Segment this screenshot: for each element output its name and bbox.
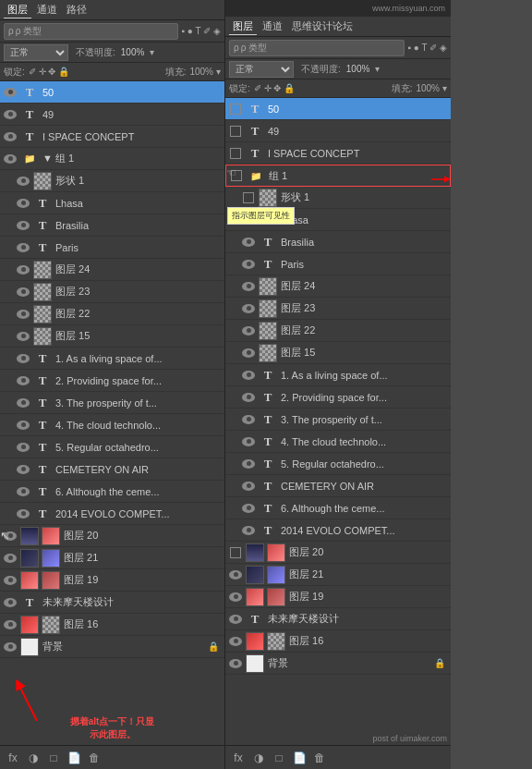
eye-bg-left[interactable] (2, 636, 18, 658)
eye-paris-right[interactable] (240, 253, 257, 275)
layer-row-19-right[interactable]: 图层 19 (225, 586, 451, 608)
delete-icon-left[interactable]: 🗑 (87, 751, 102, 765)
layer-row-49-right[interactable]: T 49 (225, 120, 451, 142)
layer-row-text6-right[interactable]: T 6. Although the ceme... (225, 497, 451, 519)
link-icon-left[interactable]: fx (6, 751, 20, 765)
tab-channels-right[interactable]: 通道 (259, 18, 286, 34)
layer-row-24-left[interactable]: 图层 24 (0, 259, 224, 281)
eye-cemetery-left[interactable] (15, 458, 31, 481)
eye-text1-left[interactable] (15, 348, 31, 370)
layer-row-16-right[interactable]: 图层 16 (225, 630, 451, 653)
layer-row-brasilia-left[interactable]: T Brasilia (0, 214, 224, 237)
eye-cemetery-right[interactable] (240, 475, 257, 497)
eye-text2-right[interactable] (240, 386, 257, 409)
new-group-icon-left[interactable]: □ (46, 751, 61, 765)
eye-19-right[interactable] (227, 586, 244, 608)
layer-row-15-right[interactable]: 图层 15 (225, 342, 451, 364)
left-search-bar[interactable]: ρ ρ 类型 (4, 23, 178, 40)
eye-19-left[interactable] (2, 569, 18, 592)
layer-row-space-concept-left[interactable]: T I SPACE CONCEPT (0, 126, 224, 148)
layer-row-text1-right[interactable]: T 1. As a living space of... (225, 364, 451, 386)
eye-21-left[interactable] (2, 547, 18, 569)
eye-24-right[interactable] (240, 275, 257, 298)
eye-bg-right[interactable] (227, 653, 244, 675)
eye-22-right[interactable] (240, 320, 257, 342)
tab-forum-right[interactable]: 思维设计论坛 (288, 18, 357, 34)
eye-future-right[interactable] (227, 608, 244, 630)
layer-row-bg-right[interactable]: 背景 🔒 (225, 653, 451, 675)
blend-mode-select-left[interactable]: 正常 (4, 44, 68, 61)
layer-row-20-right[interactable]: 图层 20 (225, 542, 451, 564)
tab-channels-left[interactable]: 通道 (33, 2, 61, 18)
eye-group1-left[interactable] (2, 148, 18, 170)
layer-row-shape1-left[interactable]: 形状 1 (0, 170, 224, 192)
eye-text3-left[interactable] (15, 392, 31, 414)
eye-text2-left[interactable] (15, 370, 31, 392)
eye-15-right[interactable] (240, 342, 257, 364)
layer-row-brasilia-right[interactable]: T Brasilia (225, 231, 451, 253)
eye-21-right[interactable] (227, 564, 244, 586)
layer-row-23-right[interactable]: 图层 23 (225, 298, 451, 320)
eye-future-left[interactable] (2, 592, 18, 614)
tab-layers-left[interactable]: 图层 (4, 2, 31, 18)
layer-row-21-right[interactable]: 图层 21 (225, 564, 451, 586)
layer-row-22-left[interactable]: 图层 22 (0, 303, 224, 325)
eye-50-left[interactable] (2, 81, 18, 104)
eye-evolo-left[interactable] (15, 503, 31, 525)
layer-row-21-left[interactable]: 图层 21 (0, 547, 224, 569)
layer-row-paris-left[interactable]: T Paris (0, 237, 224, 259)
eye-shape1-left[interactable] (15, 170, 31, 192)
tab-paths-left[interactable]: 路径 (63, 2, 91, 18)
layer-row-space-right[interactable]: T I SPACE CONCEPT (225, 142, 451, 165)
layer-row-23-left[interactable]: 图层 23 (0, 281, 224, 303)
layer-row-text3-right[interactable]: T 3. The prosperity of t... (225, 409, 451, 431)
layer-row-22-right[interactable]: 图层 22 (225, 320, 451, 342)
eye-text5-left[interactable] (15, 436, 31, 458)
new-group-icon-right[interactable]: □ (272, 751, 286, 765)
blend-mode-select-right[interactable]: 正常 (229, 61, 294, 78)
layer-row-future-right[interactable]: T 未来摩天楼设计 (225, 608, 451, 630)
eye-15-left[interactable] (15, 325, 31, 348)
layer-row-text5-left[interactable]: T 5. Regular octahedro... (0, 436, 224, 458)
eye-lhasa-left[interactable] (15, 192, 31, 214)
eye-evolo-right[interactable] (240, 519, 257, 542)
new-layer-icon-right[interactable]: 📄 (292, 751, 307, 765)
eye-text4-left[interactable] (15, 414, 31, 436)
layer-row-text6-left[interactable]: T 6. Although the ceme... (0, 481, 224, 503)
layer-row-text5-right[interactable]: T 5. Regular octahedro... (225, 453, 451, 475)
layer-row-lhasa-left[interactable]: T Lhasa (0, 192, 224, 214)
layer-row-bg-left[interactable]: 背景 🔒 (0, 636, 224, 658)
layer-row-text4-right[interactable]: T 4. The cloud technolo... (225, 431, 451, 453)
eye-space-left[interactable] (2, 126, 18, 148)
layer-row-group1-right[interactable]: ☜ 📁 组 1 群组同样 适用 (225, 165, 451, 187)
layer-row-cemetery-right[interactable]: T CEMETERY ON AIR (225, 475, 451, 497)
eye-16-right[interactable] (227, 630, 244, 653)
eye-text5-right[interactable] (240, 453, 257, 475)
layer-row-cemetery-left[interactable]: T CEMETERY ON AIR (0, 458, 224, 481)
layer-row-49-left[interactable]: T 49 (0, 104, 224, 126)
layer-row-evolo-left[interactable]: T 2014 EVOLO COMPET... (0, 503, 224, 525)
eye-22-left[interactable] (15, 303, 31, 325)
layer-row-paris-right[interactable]: T Paris (225, 253, 451, 275)
new-layer-icon-left[interactable]: 📄 (66, 751, 81, 765)
layer-row-20-left[interactable]: 图层 20 ↖ (0, 525, 224, 547)
layer-row-50-left[interactable]: T 50 (0, 81, 224, 104)
eye-brasilia-right[interactable] (240, 231, 257, 253)
right-search-bar[interactable]: ρ ρ 类型 (229, 40, 405, 56)
adjustment-icon-right[interactable]: ◑ (251, 751, 266, 765)
eye-brasilia-left[interactable] (15, 214, 31, 237)
adjustment-icon-left[interactable]: ◑ (26, 751, 41, 765)
eye-text1-right[interactable] (240, 364, 257, 386)
layer-row-text4-left[interactable]: T 4. The cloud technolo... (0, 414, 224, 436)
layer-row-19-left[interactable]: 图层 19 (0, 569, 224, 592)
link-icon-right[interactable]: fx (231, 751, 246, 765)
layer-row-15-left[interactable]: 图层 15 (0, 325, 224, 348)
eye-49-left[interactable] (2, 104, 18, 126)
layer-row-text1-left[interactable]: T 1. As a living space of... (0, 348, 224, 370)
delete-icon-right[interactable]: 🗑 (312, 751, 327, 765)
layer-row-future-left[interactable]: T 未来摩天楼设计 (0, 592, 224, 614)
layer-row-shape1-right[interactable]: 形状 1 (225, 187, 451, 209)
eye-text6-left[interactable] (15, 481, 31, 503)
tab-layers-right[interactable]: 图层 (229, 18, 257, 35)
eye-text6-right[interactable] (240, 497, 257, 519)
